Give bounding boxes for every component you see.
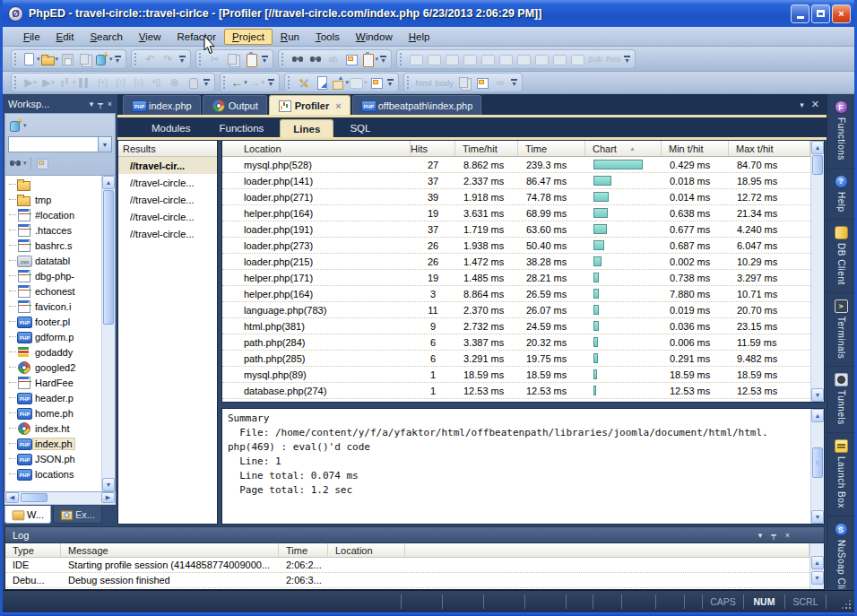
profiler-tab-lines[interactable]: Lines: [280, 119, 333, 137]
tree-item-footer-pl[interactable]: footer.pl: [5, 314, 101, 329]
close-icon[interactable]: ×: [785, 531, 790, 540]
log-column-header-message[interactable]: Message: [61, 543, 279, 557]
dock-tab-tunnels[interactable]: Tunnels: [827, 367, 854, 433]
menu-help[interactable]: Help: [401, 29, 438, 45]
minimize-button[interactable]: [791, 4, 809, 23]
menu-edit[interactable]: Edit: [48, 29, 82, 45]
scroll-up-icon[interactable]: ▲: [102, 176, 115, 189]
toolbar-grip[interactable]: [199, 53, 203, 65]
open-file-button[interactable]: ▾: [40, 50, 59, 67]
log-row[interactable]: IDEStarting profile session (41448587740…: [5, 558, 809, 573]
tree-item-locations[interactable]: locations: [5, 466, 101, 482]
tree-item-datatabl[interactable]: datatabl: [5, 253, 101, 268]
tree-item-favicon-i[interactable]: favicon.i: [5, 299, 101, 314]
scroll-thumb[interactable]: [812, 155, 823, 175]
toolbar-overflow-icon[interactable]: ▾: [380, 56, 386, 63]
toolbar-overflow-icon[interactable]: ▾: [624, 56, 630, 63]
toolbar-overflow-icon[interactable]: ▾: [262, 56, 268, 63]
doc-tab-offbeatpath-index-php[interactable]: offbeatpath\index.php: [352, 95, 482, 115]
tree-item-dbg-php-[interactable]: dbg-php-: [5, 268, 101, 283]
doc-tab-index-php[interactable]: index.php: [123, 95, 201, 115]
table-row[interactable]: path.php(284)63.387 ms20.32 ms0.006 ms11…: [222, 334, 810, 351]
column-header-chart[interactable]: Chart▲: [585, 141, 662, 156]
table-row[interactable]: html.php(381)92.732 ms24.59 ms0.036 ms23…: [222, 318, 810, 334]
find-button[interactable]: [289, 50, 307, 67]
menu-project[interactable]: Project: [224, 29, 273, 45]
log-column-header-type[interactable]: Type: [5, 543, 61, 557]
scroll-thumb[interactable]: ≡: [812, 447, 823, 478]
close-icon[interactable]: ✕: [811, 99, 819, 110]
table-row[interactable]: mysql.php(528)278.862 ms239.3 ms0.429 ms…: [222, 157, 810, 173]
scroll-thumb[interactable]: [103, 190, 114, 325]
chevron-down-icon[interactable]: ▾: [73, 79, 76, 86]
dock-tab-terminals[interactable]: >Terminals: [827, 293, 854, 367]
toolbar-grip[interactable]: [134, 53, 138, 65]
tree-item-hardfee[interactable]: HardFee: [5, 375, 101, 390]
tree-item-gdform-p[interactable]: gdform.p: [5, 329, 101, 344]
menu-view[interactable]: View: [131, 29, 169, 45]
menu-tools[interactable]: Tools: [307, 29, 348, 45]
tree-item-googled2[interactable]: googled2: [5, 360, 101, 375]
column-header-time-hit[interactable]: Time/hit: [455, 141, 518, 156]
toolbar-overflow-icon[interactable]: ▾: [179, 56, 186, 63]
table-row[interactable]: loader.php(271)391.918 ms74.78 ms0.014 m…: [222, 189, 810, 205]
toolbar-overflow-icon[interactable]: ▾: [511, 79, 517, 86]
tree-item-echonest[interactable]: echonest: [5, 283, 101, 299]
tree-item-index-ht[interactable]: index.ht: [5, 421, 101, 436]
scroll-down-icon[interactable]: ▼: [811, 388, 824, 402]
chevron-down-icon[interactable]: ▾: [90, 100, 94, 108]
new-db-connection-button[interactable]: ▾: [94, 50, 113, 67]
toolbar-grip[interactable]: [400, 53, 403, 65]
column-header-time[interactable]: Time: [518, 141, 585, 156]
tree-item-index-ph[interactable]: index.ph: [5, 436, 101, 451]
dock-tab-ex[interactable]: Ex...: [53, 506, 102, 524]
result-item[interactable]: //travel-circle...: [118, 191, 217, 208]
scroll-up-icon[interactable]: ▲: [811, 409, 824, 422]
toolbar-grip[interactable]: [288, 76, 291, 89]
table-row[interactable]: loader.php(141)372.337 ms86.47 ms0.018 m…: [222, 173, 810, 189]
tree-item--htacces[interactable]: .htacces: [5, 222, 101, 238]
scroll-down-icon[interactable]: ▼: [811, 571, 824, 585]
tree-item-godaddy[interactable]: godaddy: [5, 344, 101, 360]
toolbar-grip[interactable]: [223, 76, 227, 89]
chevron-down-icon[interactable]: ▾: [23, 122, 27, 129]
menu-file[interactable]: File: [15, 29, 48, 45]
close-icon[interactable]: ×: [335, 100, 341, 111]
scroll-thumb[interactable]: [21, 493, 48, 502]
project-properties-button[interactable]: [313, 74, 331, 91]
toolbar-overflow-icon[interactable]: ▾: [203, 79, 210, 86]
scroll-left-icon[interactable]: ◀: [5, 492, 19, 503]
find-in-files-button[interactable]: [307, 50, 325, 67]
menu-refactor[interactable]: Refactor: [169, 29, 224, 45]
chevron-down-icon[interactable]: ▾: [261, 79, 264, 86]
table-row[interactable]: loader.php(215)261.472 ms38.28 ms0.002 m…: [222, 254, 810, 270]
pin-icon[interactable]: ┯: [771, 531, 775, 540]
result-item[interactable]: //travel-circle...: [118, 208, 217, 225]
tree-scrollbar[interactable]: ▲ ▼: [101, 176, 115, 491]
chevron-down-icon[interactable]: ▾: [109, 56, 113, 63]
find-icon[interactable]: [8, 156, 22, 170]
toolbar-grip[interactable]: [14, 76, 18, 89]
chevron-down-icon[interactable]: ▾: [33, 79, 37, 86]
tree-item-json-ph[interactable]: JSON.ph: [5, 451, 101, 466]
column-header-location[interactable]: Location: [222, 141, 411, 156]
new-file-button[interactable]: ▾: [22, 50, 40, 67]
chevron-down-icon[interactable]: ▾: [23, 160, 27, 167]
log-column-header-location[interactable]: Location: [328, 543, 405, 557]
clipboard-history-button[interactable]: ▾: [360, 50, 379, 67]
workspace-filter-combobox[interactable]: ▼: [8, 136, 112, 152]
chevron-down-icon[interactable]: ▼: [98, 137, 111, 152]
maximize-button[interactable]: [811, 4, 830, 23]
tree-item-bashrc-s[interactable]: bashrc.s: [5, 238, 101, 253]
tab-list-icon[interactable]: ▾: [800, 100, 804, 109]
close-icon[interactable]: ×: [108, 100, 112, 108]
table-row[interactable]: helper.php(164)38.864 ms26.59 ms7.880 ms…: [222, 286, 810, 302]
dock-tab-help[interactable]: ?Help: [827, 169, 854, 221]
dock-tab-launch-box[interactable]: Launch Box: [827, 433, 854, 516]
dock-tab-functions[interactable]: FFunctions: [827, 94, 854, 169]
doc-tab-profiler[interactable]: Profiler×: [269, 95, 351, 115]
result-item[interactable]: //travel-circle...: [118, 225, 217, 242]
table-row[interactable]: path.php(285)63.291 ms19.75 ms0.291 ms9.…: [222, 351, 810, 367]
log-row[interactable]: Debu...Debug session finished2:06:3...: [5, 573, 809, 588]
toolbar-grip[interactable]: [281, 53, 285, 65]
